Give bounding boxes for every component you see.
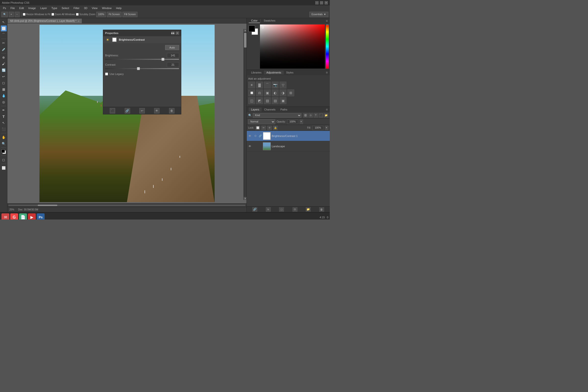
tab-channels[interactable]: Channels <box>262 108 278 112</box>
levels-adj-icon[interactable]: ▓ <box>256 82 263 88</box>
blur-tool[interactable]: 💧 <box>1 92 6 98</box>
layer-visibility-brightness[interactable]: 👁 <box>248 134 252 138</box>
menu-file[interactable]: File <box>8 6 17 10</box>
menu-3d[interactable]: 3D <box>82 6 90 10</box>
foreground-color[interactable] <box>1 149 6 154</box>
layer-row-landscape[interactable]: 👁 Landscape <box>247 141 330 152</box>
fill-value[interactable]: 100% <box>312 126 324 130</box>
opacity-value[interactable]: 100% <box>287 120 298 124</box>
shape-tool[interactable]: ⬛ <box>1 126 6 132</box>
contrast-slider-thumb[interactable] <box>137 67 140 70</box>
essentials-dropdown[interactable]: Essentials ▼ <box>310 12 328 17</box>
use-legacy-checkbox[interactable] <box>105 72 108 76</box>
fill-dropdown-button[interactable]: ▼ <box>325 126 328 130</box>
fit-screen-button[interactable]: Fit Screen <box>107 12 122 17</box>
menu-ps[interactable]: Ps <box>1 6 8 10</box>
layer-kind-filter[interactable]: Kind <box>253 113 301 118</box>
gradient-tool[interactable]: ▦ <box>1 86 6 92</box>
layer-visibility-landscape[interactable]: 👁 <box>248 144 252 148</box>
brightness-value[interactable]: 141 <box>167 53 179 58</box>
blend-mode-dropdown[interactable]: Normal <box>248 119 275 124</box>
close-button[interactable]: × <box>324 1 328 4</box>
zoom-all-windows-checkbox[interactable]: Zoom All Windows <box>52 13 75 16</box>
taskbar-photoshop[interactable]: Ps <box>37 214 44 220</box>
crop-tool[interactable]: ✂ <box>1 40 6 46</box>
selective-color-adj-icon[interactable]: ▣ <box>280 97 286 104</box>
eraser-tool[interactable]: ◻ <box>1 80 6 86</box>
menu-window[interactable]: Window <box>100 6 114 10</box>
lock-position-button[interactable]: ✛ <box>267 126 272 130</box>
lasso-tool[interactable]: ⌒ <box>1 32 6 38</box>
adjustments-menu-button[interactable]: ≡ <box>326 70 328 74</box>
document-tab[interactable]: hill climb.psd @ 25% (Brightness/Contras… <box>7 18 82 23</box>
scrubby-zoom-checkbox[interactable]: Scrubby Zoom <box>76 13 95 16</box>
properties-expand-button[interactable]: ▶▶ <box>171 31 175 35</box>
zoom-tool-options[interactable]: 🔍 <box>2 12 8 17</box>
menu-select[interactable]: Select <box>60 6 71 10</box>
type-tool[interactable]: T <box>1 114 6 119</box>
layers-menu-button[interactable]: ≡ <box>326 108 328 112</box>
posterize-adj-icon[interactable]: ▽ <box>280 82 286 88</box>
canvas-v-scrollbar[interactable]: ▲ ▼ <box>244 29 246 200</box>
layers-mask-button[interactable]: □ <box>279 207 284 212</box>
layers-fx-button[interactable]: fx <box>266 207 271 212</box>
filter-pixel-button[interactable]: 🖼 <box>303 113 308 118</box>
menu-edit[interactable]: Edit <box>18 6 26 10</box>
black-white-adj-icon[interactable]: ◐ <box>272 90 278 96</box>
history-brush-tool[interactable]: ↩ <box>1 74 6 80</box>
menu-view[interactable]: View <box>90 6 100 10</box>
taskbar-youtube[interactable]: ▶ <box>28 214 36 220</box>
props-reset-button[interactable]: ↩ <box>140 108 145 114</box>
tab-styles[interactable]: Styles <box>284 70 296 74</box>
lock-image-button[interactable]: ✏ <box>262 126 266 130</box>
tab-close-button[interactable]: × <box>78 20 80 22</box>
props-link-button[interactable]: 🔗 <box>125 108 130 114</box>
quick-mask-tool[interactable]: ◻ <box>1 157 6 163</box>
fill-screen-button[interactable]: Fill Screen <box>122 12 138 17</box>
tab-paths[interactable]: Paths <box>278 108 290 112</box>
zoom-tool[interactable]: 🔍 <box>1 141 6 146</box>
hue-slider[interactable] <box>326 24 329 68</box>
zoom-out-button[interactable]: − <box>15 12 20 17</box>
tab-libraries[interactable]: Libraries <box>249 70 264 74</box>
menu-filter[interactable]: Filter <box>72 6 81 10</box>
move-tool[interactable]: ↖ <box>1 19 6 25</box>
tab-adjustments[interactable]: Adjustments <box>264 70 284 74</box>
dodge-tool[interactable]: ◎ <box>1 99 6 105</box>
pen-tool[interactable]: ✒ <box>1 107 6 113</box>
threshold-adj-icon[interactable]: ▧ <box>264 97 271 104</box>
layer-row-brightness-contrast[interactable]: 👁 ⊙ 🔗 Brightness/Contrast 1 <box>247 131 330 141</box>
zoom-in-button[interactable]: + <box>9 12 14 17</box>
hue-sat-adj-icon[interactable]: ⚖ <box>256 90 263 96</box>
filter-shape-button[interactable]: ⬛ <box>319 113 323 118</box>
scroll-up-arrow[interactable]: ▲ <box>244 29 246 32</box>
taskbar-gmail[interactable]: ✉ <box>2 214 9 220</box>
menu-image[interactable]: Image <box>26 6 38 10</box>
filter-smart-button[interactable]: 📁 <box>324 113 328 118</box>
exposure-adj-icon[interactable]: 📷 <box>272 82 278 88</box>
contrast-slider[interactable] <box>105 68 179 69</box>
props-visibility-button[interactable]: 👁 <box>154 108 160 114</box>
brush-tool[interactable]: 🖌 <box>1 61 6 67</box>
lock-transparent-button[interactable]: ⬜ <box>256 126 260 130</box>
color-balance-adj-icon[interactable]: ▣ <box>264 90 271 96</box>
props-delete-button[interactable]: 🗑 <box>169 108 174 114</box>
taskbar-google[interactable]: G <box>10 214 18 220</box>
tab-color[interactable]: Color <box>249 18 260 23</box>
auto-button[interactable]: Auto <box>165 45 179 50</box>
layers-group-button[interactable]: 📁 <box>306 207 311 212</box>
foreground-background-colors[interactable] <box>249 26 258 35</box>
opacity-dropdown-button[interactable]: ▼ <box>300 120 303 124</box>
color-spectrum[interactable] <box>260 24 325 68</box>
v-scroll-thumb[interactable] <box>244 33 246 48</box>
menu-type[interactable]: Type <box>50 6 59 10</box>
invert-adj-icon[interactable]: ◫ <box>248 97 255 104</box>
layers-link-button[interactable]: 🔗 <box>252 207 257 212</box>
properties-menu-button[interactable]: ≡ <box>176 31 179 35</box>
selection-tool[interactable]: ⬜ <box>1 26 6 31</box>
menu-layer[interactable]: Layer <box>38 6 49 10</box>
taskbar-docs[interactable]: 📄 <box>19 214 27 220</box>
screen-mode-tool[interactable]: ⬜ <box>1 165 6 171</box>
lock-all-button[interactable]: 🔒 <box>273 126 278 130</box>
layers-adjustment-button[interactable]: ⊙ <box>292 207 298 212</box>
